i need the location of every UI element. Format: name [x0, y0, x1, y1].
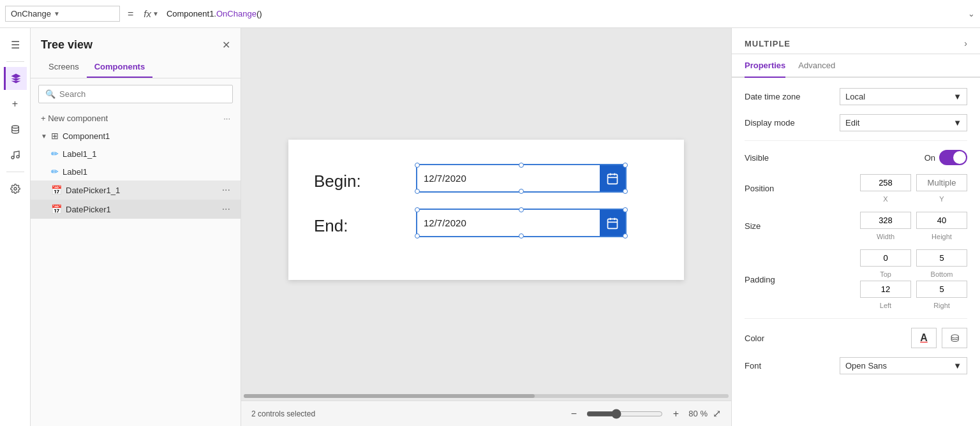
prop-padding-bottom-input[interactable] [916, 249, 967, 267]
prop-size-height-label: Height [916, 233, 967, 240]
prop-padding-left-label: Left [860, 302, 911, 309]
sel-handle2-bm [519, 233, 524, 239]
tree-item-component1[interactable]: ▼ ⊞ Component1 [31, 127, 241, 145]
prop-visible-label: Visible [745, 153, 821, 163]
props-collapse-icon[interactable]: › [964, 38, 967, 48]
prop-position-y-input[interactable] [916, 174, 967, 191]
color-fill-icon: ⛁ [951, 332, 959, 344]
prop-position-x-label: X [860, 195, 911, 203]
prop-display-mode-select[interactable]: Edit ▼ [840, 114, 967, 131]
prop-date-time-zone-select[interactable]: Local ▼ [840, 88, 967, 105]
zoom-in-button[interactable]: + [668, 406, 683, 422]
prop-position-label: Position [745, 184, 821, 193]
prop-padding-top-input[interactable] [860, 249, 911, 267]
prop-size-width-input[interactable] [860, 212, 911, 229]
layers-icon-button[interactable] [4, 67, 27, 90]
calendar-icon-begin [606, 172, 619, 185]
zoom-out-button[interactable]: − [566, 406, 581, 422]
search-icon: 🔍 [45, 89, 56, 99]
main-area: ☰ + Tree view ✕ Screens Components 🔍 [0, 28, 980, 426]
prop-date-time-zone-value: Local [845, 92, 865, 101]
add-icon-button[interactable]: + [4, 92, 27, 115]
props-tabs: Properties Advanced [732, 54, 980, 78]
formula-expand-icon[interactable]: ⌄ [968, 9, 975, 18]
formula-text-static: Component1. [167, 9, 216, 18]
zoom-slider[interactable] [586, 409, 663, 419]
prop-font-select[interactable]: Open Sans ▼ [840, 357, 967, 374]
tree-item-label-label1: Label1 [63, 167, 230, 177]
tab-properties[interactable]: Properties [745, 54, 785, 78]
formula-fx-button[interactable]: fx ▼ [141, 8, 161, 19]
formula-equals-icon: = [125, 8, 136, 20]
prop-color-text-button[interactable]: A [911, 328, 937, 348]
canvas-content: Begin: End: 12/7/2020 [288, 140, 684, 280]
prop-position-y-label: Y [916, 195, 967, 203]
tree-item-label-component1: Component1 [63, 131, 230, 141]
settings-icon-button[interactable] [4, 177, 27, 200]
prop-visible-toggle[interactable] [939, 150, 967, 165]
svg-point-0 [11, 126, 19, 128]
music-icon-button[interactable] [4, 143, 27, 166]
datepicker-begin[interactable]: 12/7/2020 [416, 164, 627, 193]
canvas-scroll[interactable]: Begin: End: 12/7/2020 [241, 28, 731, 392]
prop-size-height-input[interactable] [916, 212, 967, 229]
icon-bar-separator [6, 61, 24, 62]
sel-handle2-tr [623, 207, 628, 212]
datepicker-end-calendar-button[interactable] [600, 210, 625, 236]
formula-dropdown-chevron-icon: ▼ [54, 10, 60, 17]
prop-color-label: Color [745, 334, 821, 343]
prop-date-time-zone-chevron-icon: ▼ [953, 92, 961, 101]
prop-display-mode-chevron-icon: ▼ [953, 118, 961, 128]
tab-components[interactable]: Components [87, 57, 152, 78]
prop-padding-row2 [860, 281, 967, 298]
prop-visible-on-label: On [924, 153, 935, 163]
prop-padding-right-input[interactable] [916, 281, 967, 298]
fx-label: fx [144, 8, 151, 19]
database-icon-button[interactable] [4, 118, 27, 141]
datepicker-begin-value: 12/7/2020 [417, 173, 600, 184]
prop-padding-right-label: Right [916, 302, 967, 309]
prop-font-chevron-icon: ▼ [953, 361, 961, 371]
search-input[interactable] [59, 89, 226, 99]
datepicker1-1-more-icon[interactable]: ··· [222, 184, 230, 196]
tree-item-label1[interactable]: ✏ Label1 [31, 163, 241, 180]
zoom-controls: − + 80 % ⤢ [566, 406, 721, 422]
tree-item-datepicker1-1[interactable]: 📅 DatePicker1_1 ··· [31, 180, 241, 200]
new-component-more-icon[interactable]: ··· [223, 114, 230, 123]
calendar-icon-end [606, 217, 619, 230]
prop-visible-control: On [924, 150, 967, 165]
datepicker-begin-calendar-button[interactable] [600, 165, 625, 191]
prop-font-label: Font [745, 361, 821, 371]
prop-padding-left-input[interactable] [860, 281, 911, 298]
prop-position-x-input[interactable] [860, 174, 911, 191]
sel-handle-bm [519, 189, 524, 194]
formula-dropdown[interactable]: OnChange ▼ [5, 6, 120, 22]
formula-dropdown-value: OnChange [11, 9, 51, 18]
edit-icon-label1-1: ✏ [51, 149, 59, 159]
prop-padding: Padding Top Bottom Left [745, 249, 967, 309]
begin-label: Begin: [314, 172, 361, 191]
formula-text-function: OnChange [216, 9, 256, 18]
datepicker-end[interactable]: 12/7/2020 [416, 209, 627, 237]
prop-padding-label: Padding [745, 275, 821, 284]
cal-icon-dp1-1: 📅 [51, 185, 62, 195]
sel-handle2-tl [415, 207, 420, 212]
datepicker-end-value: 12/7/2020 [417, 217, 600, 228]
color-a-icon: A [920, 332, 928, 344]
tree-items: ▼ ⊞ Component1 ✏ Label1_1 ✏ Label1 📅 Dat… [31, 127, 241, 426]
tree-close-button[interactable]: ✕ [222, 39, 230, 51]
tree-item-datepicker1[interactable]: 📅 DatePicker1 ··· [31, 200, 241, 219]
prop-padding-inputs: Top Bottom Left Right [860, 249, 967, 309]
datepicker1-more-icon[interactable]: ··· [222, 203, 230, 215]
prop-display-mode: Display mode Edit ▼ [745, 114, 967, 131]
tab-advanced[interactable]: Advanced [798, 54, 835, 78]
expand-icon[interactable]: ⤢ [713, 408, 721, 420]
new-component-button[interactable]: + New component ··· [31, 110, 241, 127]
sel-handle2-bl [415, 233, 420, 239]
tab-screens[interactable]: Screens [41, 57, 87, 78]
prop-color-fill-button[interactable]: ⛁ [942, 328, 967, 348]
canvas-hscroll[interactable] [241, 392, 731, 400]
tree-tabs: Screens Components [31, 57, 241, 78]
menu-icon-button[interactable]: ☰ [4, 33, 27, 56]
tree-item-label1-1[interactable]: ✏ Label1_1 [31, 145, 241, 163]
